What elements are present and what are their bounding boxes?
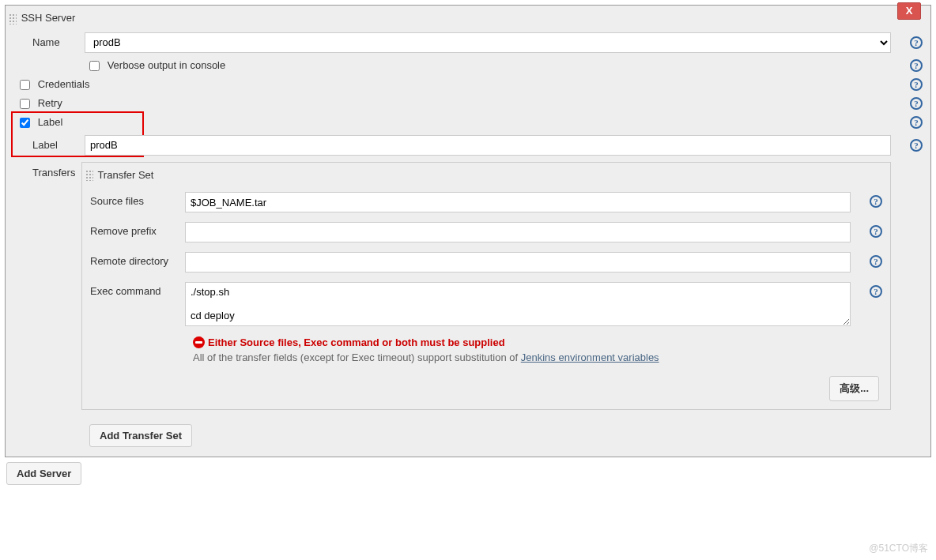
error-message: Either Source files, Exec command or bot… xyxy=(82,333,890,350)
remove-prefix-label: Remove prefix xyxy=(90,222,185,237)
substitution-note: All of the transfer fields (except for E… xyxy=(82,350,890,371)
transfers-label: Transfers xyxy=(6,159,81,179)
ssh-server-title: SSH Server xyxy=(6,6,930,29)
exec-command-textarea[interactable] xyxy=(185,282,851,326)
help-icon[interactable]: ? xyxy=(870,255,882,268)
advanced-button-row: 高级... xyxy=(82,371,890,409)
label-input[interactable] xyxy=(85,135,891,156)
remote-directory-input[interactable] xyxy=(185,252,851,272)
help-icon[interactable]: ? xyxy=(870,195,882,208)
add-server-button[interactable]: Add Server xyxy=(6,462,81,485)
advanced-button[interactable]: 高级... xyxy=(829,376,879,401)
remote-directory-label: Remote directory xyxy=(90,252,185,267)
source-files-label: Source files xyxy=(90,192,185,207)
help-icon[interactable]: ? xyxy=(870,285,882,298)
transfer-set-title-text: Transfer Set xyxy=(97,169,153,181)
verbose-row: Verbose output in console ? xyxy=(6,56,930,75)
label-checkbox[interactable] xyxy=(20,118,30,128)
label-checkbox-label[interactable]: Label xyxy=(20,116,62,128)
credentials-checkbox-label[interactable]: Credentials xyxy=(20,78,89,90)
add-transfer-set-button[interactable]: Add Transfer Set xyxy=(89,424,192,447)
jenkins-env-vars-link[interactable]: Jenkins environment variables xyxy=(521,351,659,363)
help-icon[interactable]: ? xyxy=(910,36,923,49)
note-prefix: All of the transfer fields (except for E… xyxy=(193,351,521,363)
help-icon[interactable]: ? xyxy=(910,59,923,72)
source-files-row: Source files ? xyxy=(82,187,890,217)
label-checkbox-text: Label xyxy=(38,116,63,128)
help-icon[interactable]: ? xyxy=(910,139,923,152)
name-row: Name prodB ? xyxy=(6,29,930,56)
source-files-input[interactable] xyxy=(185,192,851,212)
name-select[interactable]: prodB xyxy=(85,32,891,53)
add-server-row: Add Server xyxy=(5,457,931,485)
transfer-set-title: Transfer Set xyxy=(82,163,890,188)
label-checkbox-row: Label ? xyxy=(6,113,930,132)
verbose-checkbox-label[interactable]: Verbose output in console xyxy=(89,59,225,71)
label-field-label: Label xyxy=(13,139,85,151)
help-icon[interactable]: ? xyxy=(910,97,923,110)
remote-directory-row: Remote directory ? xyxy=(82,247,890,277)
drag-handle-icon[interactable] xyxy=(9,13,17,24)
credentials-checkbox[interactable] xyxy=(20,80,30,90)
retry-text: Retry xyxy=(38,97,62,109)
exec-command-label: Exec command xyxy=(90,282,185,297)
credentials-row: Credentials ? xyxy=(6,75,930,94)
credentials-text: Credentials xyxy=(38,78,90,90)
help-icon[interactable]: ? xyxy=(870,225,882,238)
help-icon[interactable]: ? xyxy=(910,116,923,129)
verbose-checkbox[interactable] xyxy=(89,61,100,71)
add-transfer-set-row: Add Transfer Set xyxy=(81,416,899,457)
remove-prefix-row: Remove prefix ? xyxy=(82,217,890,247)
retry-checkbox[interactable] xyxy=(20,99,30,109)
exec-command-row: Exec command ? xyxy=(82,277,890,333)
help-icon[interactable]: ? xyxy=(910,78,923,91)
close-button[interactable]: X xyxy=(897,2,921,20)
name-label: Name xyxy=(13,36,85,48)
error-text: Either Source files, Exec command or bot… xyxy=(208,336,505,348)
retry-checkbox-label[interactable]: Retry xyxy=(20,97,62,109)
transfer-set-panel: Transfer Set Source files ? Remove prefi… xyxy=(81,162,891,411)
error-icon xyxy=(193,336,205,348)
retry-row: Retry ? xyxy=(6,94,930,113)
ssh-server-panel: X SSH Server Name prodB ? Verbose output… xyxy=(5,5,931,457)
ssh-server-title-text: SSH Server xyxy=(21,12,76,24)
label-input-row: Label ? xyxy=(6,132,930,159)
drag-handle-icon[interactable] xyxy=(85,170,93,181)
remove-prefix-input[interactable] xyxy=(185,222,851,242)
verbose-text: Verbose output in console xyxy=(108,59,226,71)
